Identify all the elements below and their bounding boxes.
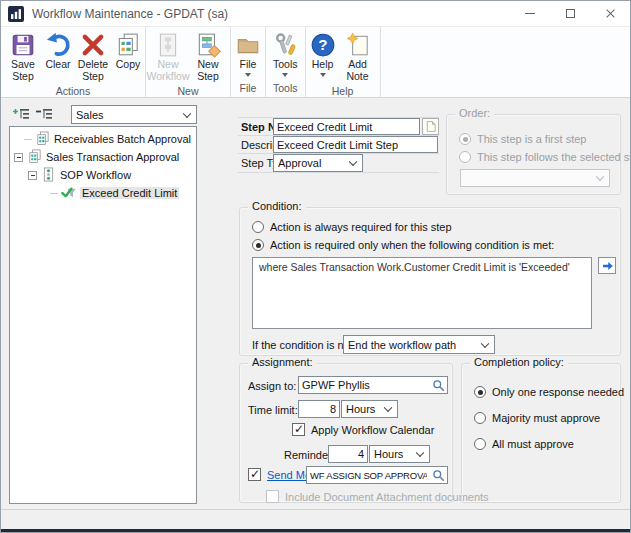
include-attachments-checkbox[interactable]: Include Document Attachment documents xyxy=(266,490,489,503)
save-step-button[interactable]: Save Step xyxy=(3,28,43,83)
time-limit-input[interactable] xyxy=(299,403,339,415)
assign-to-input[interactable] xyxy=(299,379,430,391)
send-message-lookup-button[interactable] xyxy=(430,467,447,483)
maximize-button[interactable] xyxy=(550,1,590,26)
workflow-type-select[interactable]: Sales xyxy=(71,105,197,124)
close-icon xyxy=(605,8,616,19)
new-group-label: New xyxy=(148,83,228,100)
file-menu-button[interactable]: File xyxy=(233,28,263,77)
delete-step-button[interactable]: Delete Step xyxy=(73,28,113,83)
follows-step-radio[interactable]: This step follows the selected step: xyxy=(459,151,631,163)
assign-to-lookup-button[interactable] xyxy=(430,377,447,393)
ribbon-group-help: ? Help Add Note Help xyxy=(306,27,381,97)
delete-x-icon xyxy=(80,30,106,59)
edit-condition-button[interactable] xyxy=(598,257,616,274)
file-label: File xyxy=(240,59,257,71)
ribbon-group-tools: Tools Tools xyxy=(266,27,306,97)
workflow-type-value: Sales xyxy=(76,109,104,121)
tree-item-label: Receivables Batch Approval xyxy=(54,133,191,145)
help-menu-button[interactable]: ? Help xyxy=(308,28,338,77)
app-icon xyxy=(8,6,24,22)
previous-step-select[interactable] xyxy=(460,169,610,187)
condition-required-radio-label: Action is required only when the followi… xyxy=(270,239,554,251)
only-one-response-radio[interactable]: Only one response needed xyxy=(474,386,624,398)
minimize-button[interactable] xyxy=(510,1,550,26)
collapse-all-button[interactable] xyxy=(34,106,54,122)
tree-item-exceed-credit-limit[interactable]: Exceed Credit Limit xyxy=(10,184,196,202)
tree-item-sop-workflow[interactable]: SOP Workflow xyxy=(10,166,196,184)
actions-group-label: Actions xyxy=(3,83,143,100)
tree-item-sales-transaction-approval[interactable]: Sales Transaction Approval xyxy=(10,148,196,166)
save-icon xyxy=(10,30,36,59)
copy-icon xyxy=(115,30,141,59)
chevron-down-icon xyxy=(416,449,424,457)
clear-button[interactable]: Clear xyxy=(43,28,73,71)
checkbox-checked-icon xyxy=(248,468,261,481)
assign-to-field[interactable] xyxy=(298,376,448,394)
step-name-input[interactable] xyxy=(273,118,420,135)
description-input[interactable] xyxy=(273,136,438,153)
folder-icon xyxy=(235,30,261,59)
ribbon-group-actions: Save Step Clear xyxy=(1,27,146,97)
condition-group-title: Condition: xyxy=(248,200,306,212)
tree-item-label: Sales Transaction Approval xyxy=(46,151,179,163)
condition-not-met-select[interactable]: End the workflow path xyxy=(343,335,495,354)
first-step-radio-label: This step is a first step xyxy=(477,133,586,145)
add-note-button[interactable]: Add Note xyxy=(338,28,378,83)
workflow-doc-icon xyxy=(35,131,51,147)
send-message-input[interactable] xyxy=(307,470,430,481)
help-label: Help xyxy=(312,59,334,71)
collapse-expander-icon[interactable] xyxy=(28,171,37,180)
condition-not-met-value: End the workflow path xyxy=(348,339,456,351)
always-required-radio[interactable]: Action is always required for this step xyxy=(252,221,452,233)
checkbox-unchecked-icon xyxy=(266,490,279,503)
undo-arrow-icon xyxy=(45,30,71,59)
completion-policy-groupbox: Completion policy: Only one response nee… xyxy=(461,363,621,503)
collapse-expander-icon[interactable] xyxy=(14,153,23,162)
chevron-down-icon xyxy=(183,109,191,117)
condition-required-radio[interactable]: Action is required only when the followi… xyxy=(252,239,554,251)
time-limit-field[interactable] xyxy=(298,400,340,418)
ribbon: Save Step Clear xyxy=(1,27,630,98)
chevron-down-icon xyxy=(384,404,392,412)
tools-menu-button[interactable]: Tools xyxy=(270,28,300,77)
tree-connector xyxy=(24,139,32,140)
assignment-groupbox: Assignment: Assign to: Time limit: Hours xyxy=(239,363,453,503)
tools-group-label: Tools xyxy=(268,80,303,97)
send-message-field[interactable] xyxy=(306,466,448,484)
first-step-radio[interactable]: This step is a first step xyxy=(459,133,586,145)
step-type-value: Approval xyxy=(278,157,321,169)
new-step-button[interactable]: New Step xyxy=(188,28,228,83)
condition-expression[interactable]: where Sales Transaction Work.Customer Cr… xyxy=(252,257,592,329)
step-type-select[interactable]: Approval xyxy=(273,154,363,172)
help-group-label: Help xyxy=(308,83,378,100)
chevron-down-icon xyxy=(349,158,357,166)
radio-icon xyxy=(252,221,264,233)
file-group-label: File xyxy=(233,80,263,97)
expand-all-button[interactable] xyxy=(11,106,31,122)
all-approve-label: All must approve xyxy=(492,438,574,450)
reminder-field[interactable] xyxy=(328,445,368,463)
ribbon-group-file: File File xyxy=(231,27,266,97)
ribbon-group-new: New Workflow New Step New xyxy=(146,27,231,97)
reminder-input[interactable] xyxy=(329,448,367,460)
new-workflow-icon xyxy=(155,30,181,59)
apply-calendar-checkbox[interactable]: Apply Workflow Calendar xyxy=(292,423,434,436)
new-workflow-button[interactable]: New Workflow xyxy=(148,28,188,83)
new-step-label: New Step xyxy=(189,59,227,83)
reminder-unit-select[interactable]: Hours xyxy=(369,445,430,463)
majority-approve-radio[interactable]: Majority must approve xyxy=(474,412,600,424)
close-button[interactable] xyxy=(590,1,630,26)
apply-calendar-label: Apply Workflow Calendar xyxy=(311,424,434,436)
note-button[interactable] xyxy=(422,118,439,135)
tree-item-receivables-batch-approval[interactable]: Receivables Batch Approval xyxy=(10,130,196,148)
order-groupbox: Order: This step is a first step This st… xyxy=(446,114,621,195)
magnifier-icon xyxy=(432,379,445,392)
follows-step-radio-label: This step follows the selected step: xyxy=(477,151,631,163)
window-title: Workflow Maintenance - GPDAT (sa) xyxy=(32,7,228,21)
time-limit-unit-select[interactable]: Hours xyxy=(341,400,398,418)
all-approve-radio[interactable]: All must approve xyxy=(474,438,574,450)
chevron-down-icon xyxy=(481,339,489,347)
collapse-all-icon xyxy=(35,108,53,121)
copy-button[interactable]: Copy xyxy=(113,28,143,71)
